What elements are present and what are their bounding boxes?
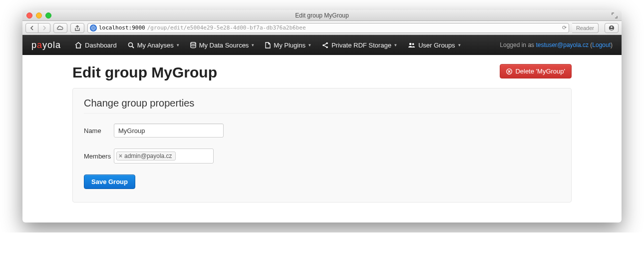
home-icon — [75, 42, 82, 48]
svg-point-2 — [611, 26, 613, 28]
member-email: admin@payola.cz — [124, 152, 172, 160]
delete-icon — [506, 68, 512, 74]
svg-point-8 — [409, 43, 412, 46]
panel-title: Change group properties — [84, 98, 560, 109]
window-traffic-lights — [26, 12, 51, 18]
globe-icon — [90, 24, 97, 32]
nav-my-analyses[interactable]: My Analyses ▾ — [123, 35, 184, 55]
name-input[interactable] — [114, 124, 224, 138]
nav-links: Dashboard My Analyses ▾ My Data Sources … — [70, 35, 466, 55]
navbar-user-info: Logged in as testuser@payola.cz (Logout) — [500, 42, 613, 48]
delete-group-button[interactable]: Delete 'MyGroup' — [500, 64, 572, 78]
nav-label: User Groups — [418, 42, 455, 49]
name-label: Name — [84, 127, 114, 134]
close-window-icon[interactable] — [26, 12, 32, 18]
users-icon — [408, 42, 415, 48]
user-button[interactable] — [605, 23, 619, 33]
icloud-button[interactable] — [53, 23, 67, 33]
properties-panel: Change group properties Name Members × a… — [72, 88, 572, 202]
page-title: Edit group MyGroup — [72, 64, 217, 81]
nav-label: Dashboard — [85, 42, 117, 49]
nav-back-forward — [25, 23, 50, 33]
nav-label: My Analyses — [137, 42, 174, 49]
nav-private-rdf-storage[interactable]: Private RDF Storage ▾ — [317, 35, 402, 55]
fullscreen-icon[interactable] — [612, 12, 618, 18]
divider — [84, 113, 560, 114]
brand-logo[interactable]: payola — [31, 40, 61, 50]
chevron-down-icon: ▾ — [177, 42, 179, 48]
svg-point-5 — [326, 42, 328, 44]
minimize-window-icon[interactable] — [36, 12, 42, 18]
database-icon — [190, 42, 196, 48]
search-icon — [128, 42, 134, 48]
svg-point-4 — [191, 42, 196, 44]
address-bar[interactable]: localhost:9000/group/edit/e5004e29-5e28-… — [87, 23, 569, 33]
chevron-down-icon: ▾ — [394, 42, 397, 48]
window-titlebar: Edit group MyGroup — [22, 10, 622, 21]
delete-label: Delete 'MyGroup' — [515, 68, 565, 75]
nav-my-data-sources[interactable]: My Data Sources ▾ — [185, 35, 260, 55]
reload-icon[interactable]: ⟳ — [562, 24, 567, 31]
forward-button[interactable] — [38, 24, 50, 32]
member-token[interactable]: × admin@payola.cz — [116, 152, 176, 160]
nav-user-groups[interactable]: User Groups ▾ — [403, 35, 466, 55]
nav-label: My Plugins — [274, 42, 306, 49]
file-icon — [265, 42, 271, 48]
zoom-window-icon[interactable] — [45, 12, 51, 18]
reader-button[interactable]: Reader — [572, 23, 599, 33]
nav-dashboard[interactable]: Dashboard — [70, 35, 122, 55]
brand-accent: a — [37, 40, 42, 50]
back-button[interactable] — [26, 24, 38, 32]
share-button[interactable] — [70, 23, 84, 33]
app-navbar: payola Dashboard My Analyses ▾ My Da — [22, 35, 622, 55]
brand-part: p — [31, 40, 37, 50]
svg-point-3 — [128, 42, 132, 46]
chevron-down-icon: ▾ — [309, 42, 311, 48]
share-icon — [322, 42, 328, 48]
nav-label: My Data Sources — [199, 42, 249, 49]
user-email-link[interactable]: testuser@payola.cz — [536, 42, 589, 48]
members-input[interactable]: × admin@payola.cz — [114, 148, 214, 164]
nav-label: Private RDF Storage — [331, 42, 391, 49]
chevron-down-icon: ▾ — [458, 42, 461, 48]
remove-member-icon[interactable]: × — [119, 152, 122, 160]
chevron-down-icon: ▾ — [252, 42, 254, 48]
logged-in-text: Logged in as — [500, 42, 536, 48]
logout-link[interactable]: Logout — [592, 42, 611, 48]
name-row: Name — [84, 124, 560, 138]
url-path: /group/edit/e5004e29-5e28-4d00-bf7a-db37… — [147, 24, 306, 31]
window-title: Edit group MyGroup — [22, 12, 622, 19]
browser-toolbar: localhost:9000/group/edit/e5004e29-5e28-… — [22, 21, 622, 35]
browser-window: Edit group MyGroup localhost:9000/group/… — [22, 10, 622, 222]
svg-point-7 — [326, 46, 328, 48]
page-body: Edit group MyGroup Delete 'MyGroup' Chan… — [22, 55, 622, 222]
save-group-button[interactable]: Save Group — [84, 174, 135, 189]
members-row: Members × admin@payola.cz — [84, 148, 560, 164]
svg-point-9 — [412, 43, 414, 45]
url-host: localhost:9000 — [99, 24, 145, 31]
brand-part: yola — [42, 40, 61, 50]
nav-my-plugins[interactable]: My Plugins ▾ — [260, 35, 316, 55]
page-header: Edit group MyGroup Delete 'MyGroup' — [72, 64, 572, 81]
svg-point-6 — [322, 44, 324, 46]
members-label: Members — [84, 152, 114, 160]
